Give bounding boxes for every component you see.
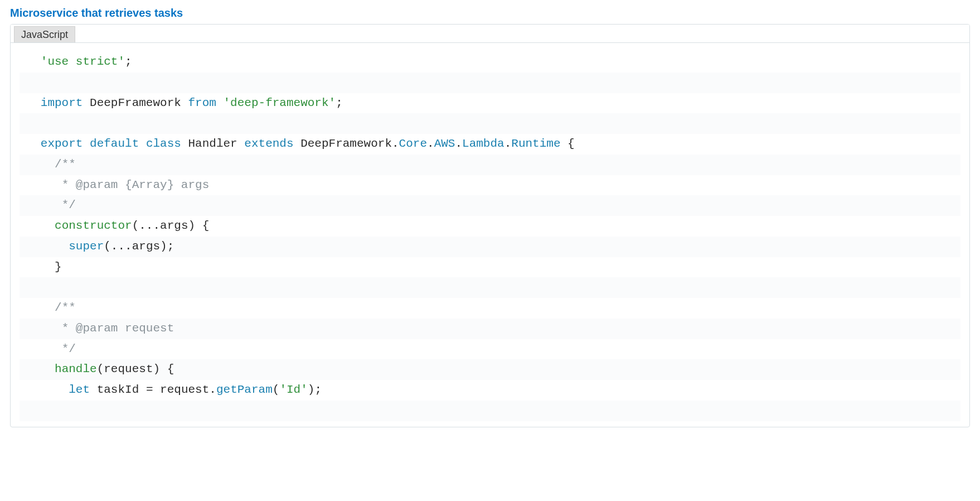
token: } xyxy=(55,261,62,273)
code-line: import DeepFramework from 'deep-framewor… xyxy=(20,93,960,114)
token: super xyxy=(69,240,104,253)
token: ( xyxy=(273,383,280,396)
token: . xyxy=(392,137,399,150)
code-line: /** xyxy=(20,155,960,175)
code-line: super(...args); xyxy=(20,237,960,257)
token: ) xyxy=(153,363,160,375)
token: * @param request xyxy=(55,322,174,335)
token: ( xyxy=(97,363,104,375)
code-line xyxy=(20,73,960,93)
token: Lambda xyxy=(462,137,504,150)
code-line: */ xyxy=(20,195,960,216)
token: request xyxy=(104,363,153,375)
token: Runtime xyxy=(511,137,560,150)
code-line: /** xyxy=(20,298,960,319)
token: ) xyxy=(188,219,196,232)
token: ( xyxy=(104,240,111,253)
token: Core xyxy=(399,137,427,150)
code-line: */ xyxy=(20,339,960,360)
token: /** xyxy=(55,301,76,314)
token: request xyxy=(160,383,209,396)
token: export xyxy=(41,137,83,150)
code-line: export default class Handler extends Dee… xyxy=(20,134,960,155)
token: . xyxy=(209,383,216,396)
code-line: * @param request xyxy=(20,319,960,339)
token: . xyxy=(455,137,462,150)
code-line: handle(request) { xyxy=(20,359,960,380)
token: taskId xyxy=(97,383,139,396)
token: */ xyxy=(55,199,76,211)
code-line: 'use strict'; xyxy=(20,52,960,73)
code-line: * @param {Array} args xyxy=(20,175,960,196)
token: 'use strict' xyxy=(41,55,125,68)
code-line: } xyxy=(20,257,960,278)
token: from xyxy=(188,97,216,109)
token: args xyxy=(160,219,188,232)
token: ; xyxy=(336,97,343,109)
token: default xyxy=(90,137,139,150)
token: 'deep-framework' xyxy=(224,97,336,109)
code-tab-bar: JavaScript xyxy=(11,25,969,43)
token: class xyxy=(146,137,181,150)
token: . xyxy=(427,137,434,150)
token: { xyxy=(567,137,575,150)
code-line xyxy=(20,401,960,421)
token: AWS xyxy=(434,137,455,150)
token: */ xyxy=(55,343,76,355)
token: Handler xyxy=(188,137,237,150)
code-line xyxy=(20,113,960,134)
token: DeepFramework xyxy=(90,97,181,109)
token: constructor xyxy=(55,219,132,232)
token: ; xyxy=(125,55,132,68)
token: handle xyxy=(55,363,97,375)
page-container: Microservice that retrieves tasks JavaSc… xyxy=(0,0,980,434)
section-title: Microservice that retrieves tasks xyxy=(10,7,970,20)
code-line: constructor(...args) { xyxy=(20,216,960,237)
token: * @param {Array} args xyxy=(55,179,209,191)
token: ( xyxy=(132,219,139,232)
token: ... xyxy=(111,240,132,253)
token: let xyxy=(69,383,90,396)
token: ) xyxy=(308,383,315,396)
tab-javascript[interactable]: JavaScript xyxy=(14,26,75,42)
code-content: 'use strict'; import DeepFramework from … xyxy=(11,43,969,427)
token: import xyxy=(41,97,83,109)
token: = xyxy=(146,383,153,396)
token: . xyxy=(504,137,512,150)
token: args xyxy=(132,240,160,253)
token: /** xyxy=(55,158,76,171)
token: getParam xyxy=(216,383,273,396)
token: extends xyxy=(244,137,293,150)
token: ) xyxy=(160,240,167,253)
code-line xyxy=(20,277,960,298)
token: ; xyxy=(167,240,174,253)
token: 'Id' xyxy=(279,383,307,396)
code-line: let taskId = request.getParam('Id'); xyxy=(20,380,960,401)
token: ; xyxy=(314,383,322,396)
code-block: JavaScript 'use strict'; import DeepFram… xyxy=(10,24,970,427)
token: { xyxy=(167,363,174,375)
token: DeepFramework xyxy=(300,137,392,150)
token: ... xyxy=(139,219,160,232)
token: { xyxy=(202,219,210,232)
